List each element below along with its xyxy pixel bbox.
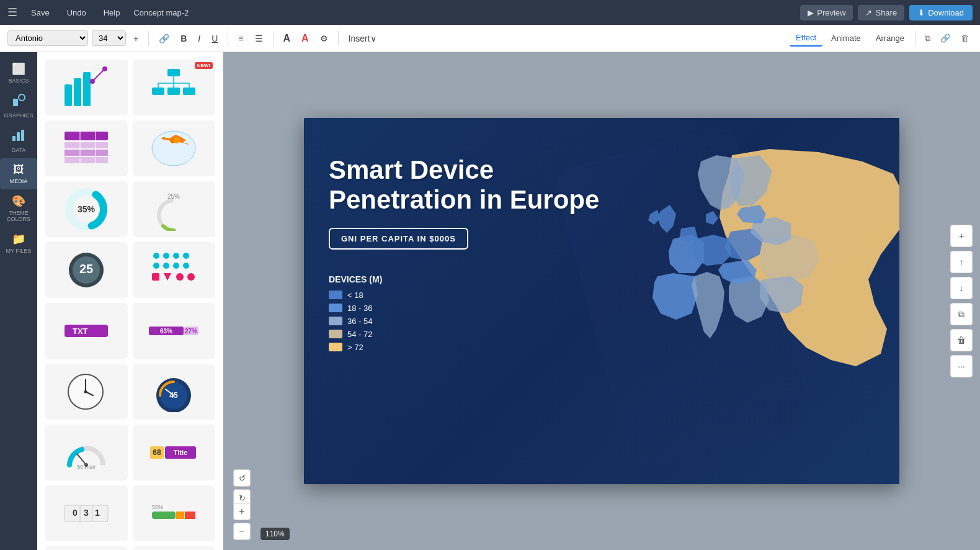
formatting-toolbar: Antonio 34 + 🔗 B I U ≡ ☰ A A ⚙ Insert ∨ … xyxy=(0,25,980,52)
svg-rect-80 xyxy=(176,512,184,519)
animate-tab[interactable]: Animate xyxy=(825,30,867,46)
panel-item-needle-gauge[interactable]: 50 max xyxy=(45,425,128,480)
svg-point-37 xyxy=(153,253,159,259)
align-list-button[interactable]: ☰ xyxy=(251,31,267,46)
copy-button[interactable]: ⧉ xyxy=(921,31,934,46)
svg-point-10 xyxy=(102,66,107,71)
duplicate-button[interactable]: ⧉ xyxy=(950,303,973,325)
panel-item-thermo-1[interactable]: 42 xyxy=(45,546,128,550)
svg-point-40 xyxy=(183,253,189,259)
legend-swatch-1 xyxy=(329,291,342,299)
share-button[interactable]: ↗ Share xyxy=(858,5,904,20)
slide-canvas[interactable]: Smart Device Penetration in Europe GNI P… xyxy=(304,118,899,484)
legend-swatch-3 xyxy=(329,317,342,325)
svg-text:0: 0 xyxy=(73,508,78,518)
svg-point-39 xyxy=(173,253,179,259)
undo-button[interactable]: Undo xyxy=(63,6,90,20)
panel-item-txt-bar[interactable]: TXT xyxy=(45,303,128,359)
sidebar-item-media[interactable]: 🖼 MEDIA xyxy=(0,158,37,189)
text-color-button[interactable]: A xyxy=(298,30,313,47)
effect-tab[interactable]: Effect xyxy=(790,30,822,47)
svg-text:Title: Title xyxy=(174,449,187,456)
svg-rect-81 xyxy=(185,512,195,519)
panel-item-table[interactable] xyxy=(45,120,128,176)
arrange-tab[interactable]: Arrange xyxy=(870,30,911,46)
panel-item-scoreboard[interactable]: 0 3 1 xyxy=(45,485,128,541)
legend-title: DEVICES (M) xyxy=(329,274,599,284)
sidebar-label-basics: BASICS xyxy=(8,78,29,84)
panel-item-donut-35[interactable]: 35% xyxy=(45,181,128,237)
toolbar-right: Effect Animate Arrange ⧉ 🔗 🗑 xyxy=(790,30,973,47)
slide-subtitle: GNI PER CAPITA IN $000S xyxy=(329,228,468,250)
delete-slide-button[interactable]: 🗑 xyxy=(950,329,973,351)
text-options-button[interactable]: ⚙ xyxy=(316,31,332,46)
font-family-select[interactable]: Antonio xyxy=(7,30,88,46)
external-link-button[interactable]: 🔗 xyxy=(937,31,955,45)
menu-icon[interactable]: ☰ xyxy=(7,6,17,19)
panel-item-dots-grid[interactable] xyxy=(133,242,216,298)
link-button[interactable]: 🔗 xyxy=(155,31,173,46)
undo-canvas-button[interactable]: ↺ xyxy=(233,469,251,487)
panel-item-progress-bar[interactable]: 55% xyxy=(133,485,216,541)
sidebar-item-graphics[interactable]: GRAPHICS xyxy=(0,89,37,124)
underline-button[interactable]: U xyxy=(208,31,221,46)
svg-point-38 xyxy=(163,253,169,259)
add-element-button[interactable]: + xyxy=(950,225,973,247)
panel-item-clock[interactable] xyxy=(45,364,128,420)
svg-rect-4 xyxy=(17,132,20,141)
svg-rect-3 xyxy=(12,136,16,141)
graphics-icon xyxy=(12,94,25,110)
move-up-button[interactable]: ↑ xyxy=(950,251,973,273)
panel-item-bar-chart[interactable] xyxy=(45,60,128,115)
svg-text:TXT: TXT xyxy=(73,327,88,336)
play-icon: ▶ xyxy=(808,8,814,17)
panel-item-speedometer[interactable]: 45 xyxy=(133,364,216,420)
svg-point-9 xyxy=(90,79,95,84)
data-icon xyxy=(12,128,25,145)
panel-item-63-bar[interactable]: 63% 27% xyxy=(133,303,216,359)
panel-item-gauge-25[interactable]: 25% xyxy=(133,181,216,237)
zoom-in-button[interactable]: + xyxy=(233,503,251,520)
help-button[interactable]: Help xyxy=(100,6,124,20)
text-style-button[interactable]: A xyxy=(280,30,295,47)
panel-item-score-68[interactable]: 68 Title xyxy=(133,425,216,480)
bold-button[interactable]: B xyxy=(177,31,190,46)
svg-rect-20 xyxy=(65,132,108,140)
legend-swatch-4 xyxy=(329,330,342,338)
sidebar-label-data: DATA xyxy=(12,147,26,153)
panel-item-thermo-2[interactable] xyxy=(133,546,216,550)
sidebar-label-theme-colors: THEME COLORS xyxy=(2,210,35,222)
align-center-button[interactable]: ≡ xyxy=(234,31,247,46)
increase-font-button[interactable]: + xyxy=(130,31,142,46)
document-title: Concept map-2 xyxy=(133,8,189,17)
svg-rect-18 xyxy=(167,88,180,95)
svg-point-41 xyxy=(153,263,159,269)
move-down-button[interactable]: ↓ xyxy=(950,277,973,299)
nav-right: ▶ Preview ↗ Share ⬇ Download xyxy=(800,5,973,20)
svg-point-1 xyxy=(19,94,25,101)
sidebar-item-my-files[interactable]: 📁 MY FILES xyxy=(0,227,37,259)
sidebar-item-basics[interactable]: ⬜ BASICS xyxy=(0,57,37,89)
legend-item-4: 54 - 72 xyxy=(329,330,599,339)
panel-item-world-map[interactable] xyxy=(133,120,216,176)
zoom-out-button[interactable]: − xyxy=(233,523,251,540)
download-button[interactable]: ⬇ Download xyxy=(909,5,973,20)
download-icon: ⬇ xyxy=(918,8,925,17)
italic-button[interactable]: I xyxy=(194,31,204,46)
save-button[interactable]: Save xyxy=(27,6,53,20)
separator-4 xyxy=(338,31,339,46)
more-options-button[interactable]: ··· xyxy=(950,355,973,377)
panel-item-org-chart[interactable]: NEW! xyxy=(133,60,216,115)
svg-text:55%: 55% xyxy=(152,504,163,510)
canvas-right-panel: + ↑ ↓ ⧉ 🗑 ··· xyxy=(950,225,973,377)
panel-item-circle-25[interactable]: 25 xyxy=(45,242,128,298)
preview-button[interactable]: ▶ Preview xyxy=(800,5,853,20)
insert-button[interactable]: Insert ∨ xyxy=(345,31,380,46)
delete-button[interactable]: 🗑 xyxy=(957,31,973,45)
sidebar-item-data[interactable]: DATA xyxy=(0,124,37,158)
svg-rect-48 xyxy=(187,273,195,281)
panel-grid: NEW! xyxy=(37,52,223,550)
font-size-select[interactable]: 34 xyxy=(92,30,126,46)
nav-left: ☰ Save Undo Help Concept map-2 xyxy=(7,6,790,20)
sidebar-item-theme-colors[interactable]: 🎨 THEME COLORS xyxy=(0,189,37,227)
